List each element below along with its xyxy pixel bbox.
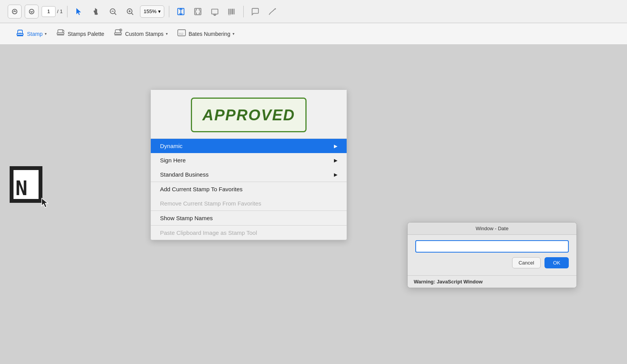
dialog-warning-text: Warning: JavaScript Window bbox=[414, 279, 483, 285]
svg-rect-18 bbox=[231, 8, 231, 14]
zoom-dropdown-icon: ▾ bbox=[158, 8, 161, 14]
dialog-input-field[interactable] bbox=[415, 240, 569, 253]
stamp-icon bbox=[15, 28, 25, 40]
hand-tool[interactable] bbox=[89, 5, 103, 19]
svg-text:012: 012 bbox=[179, 32, 184, 35]
stamp-caret: ▾ bbox=[45, 32, 47, 36]
divider-2 bbox=[169, 6, 169, 17]
svg-point-0 bbox=[12, 9, 17, 14]
cursor-tool[interactable] bbox=[72, 5, 86, 19]
svg-rect-16 bbox=[229, 8, 229, 14]
page-total: / 1 bbox=[57, 8, 62, 14]
stamps-palette-button[interactable]: Stamps Palette bbox=[52, 27, 108, 41]
divider-3 bbox=[243, 6, 244, 17]
add-favorite-label: Add Current Stamp To Favorites bbox=[160, 186, 243, 192]
barcode-tool[interactable]: 012 bbox=[225, 5, 239, 19]
svg-text:012: 012 bbox=[228, 14, 231, 16]
remove-favorite-label: Remove Current Stamp From Favorites bbox=[160, 200, 261, 207]
svg-rect-19 bbox=[232, 8, 233, 14]
dialog-titlebar: Window - Date bbox=[408, 222, 576, 235]
pen-tool[interactable] bbox=[265, 5, 279, 19]
dialog-ok-button[interactable]: OK bbox=[544, 257, 569, 268]
bates-icon: 012 bbox=[177, 28, 186, 40]
standard-business-label: Standard Business bbox=[160, 171, 209, 178]
svg-marker-2 bbox=[76, 8, 81, 15]
zoom-selector[interactable]: 155% ▾ bbox=[140, 5, 164, 18]
fit-content-tool[interactable] bbox=[191, 5, 205, 19]
fit-page-tool[interactable] bbox=[174, 5, 188, 19]
svg-line-9 bbox=[131, 13, 133, 15]
main-content-area: N APPROVED Dynamic ▶ Sign Here ▶ Standar… bbox=[0, 45, 627, 364]
stamps-palette-label: Stamps Palette bbox=[67, 31, 104, 37]
custom-stamps-icon bbox=[113, 28, 123, 40]
bates-numbering-label: Bates Numbering bbox=[189, 31, 230, 37]
bates-caret: ▾ bbox=[233, 32, 234, 36]
stamp-menu-show-names[interactable]: Show Stamp Names bbox=[151, 211, 347, 225]
stamp-cursor-area: N bbox=[8, 164, 50, 212]
custom-stamps-label: Custom Stamps bbox=[125, 31, 163, 37]
dialog-title: Window - Date bbox=[475, 226, 508, 231]
dialog-window: Window - Date Cancel OK Warning: JavaScr… bbox=[407, 222, 577, 288]
svg-rect-15 bbox=[228, 8, 229, 14]
custom-stamps-caret: ▾ bbox=[166, 32, 168, 36]
sign-here-label: Sign Here bbox=[160, 157, 186, 163]
comment-tool[interactable] bbox=[248, 5, 262, 19]
page-input-area: 1 / 1 bbox=[42, 6, 62, 17]
stamp-label: Stamp bbox=[27, 31, 42, 37]
page-up-button[interactable] bbox=[8, 5, 22, 19]
stamp-approved-text: APPROVED bbox=[202, 106, 295, 124]
divider-1 bbox=[67, 6, 67, 17]
dialog-body: Cancel OK bbox=[408, 235, 576, 275]
dynamic-label: Dynamic bbox=[160, 143, 182, 149]
dialog-warning-bar: Warning: JavaScript Window bbox=[408, 275, 576, 288]
dialog-buttons: Cancel OK bbox=[415, 257, 569, 270]
stamp-preview-box: APPROVED bbox=[191, 98, 307, 132]
zoom-out-tool[interactable] bbox=[106, 5, 120, 19]
sign-here-arrow: ▶ bbox=[334, 158, 337, 163]
stamp-menu-standard-business[interactable]: Standard Business ▶ bbox=[151, 167, 347, 182]
standard-business-arrow: ▶ bbox=[334, 172, 337, 177]
dynamic-arrow: ▶ bbox=[334, 143, 337, 149]
svg-rect-21 bbox=[234, 8, 234, 14]
zoom-in-tool[interactable] bbox=[123, 5, 137, 19]
main-toolbar: 1 / 1 155% ▾ bbox=[0, 0, 627, 23]
stamp-dropdown-menu: APPROVED Dynamic ▶ Sign Here ▶ Standard … bbox=[150, 89, 347, 240]
svg-point-1 bbox=[29, 9, 34, 14]
stamp-menu-remove-favorite: Remove Current Stamp From Favorites bbox=[151, 196, 347, 211]
zoom-value: 155% bbox=[143, 8, 156, 14]
svg-rect-17 bbox=[230, 8, 231, 14]
annotation-toolbar: Stamp ▾ Stamps Palette bbox=[0, 23, 627, 45]
custom-stamps-button[interactable]: Custom Stamps ▾ bbox=[110, 27, 172, 41]
stamp-tool-button[interactable]: Stamp ▾ bbox=[12, 27, 51, 41]
svg-marker-42 bbox=[42, 198, 48, 207]
stamp-preview-area: APPROVED bbox=[151, 90, 347, 138]
stamp-menu-dynamic[interactable]: Dynamic ▶ bbox=[151, 139, 347, 153]
fit-width-tool[interactable] bbox=[208, 5, 222, 19]
page-down-button[interactable] bbox=[25, 5, 39, 19]
svg-rect-13 bbox=[211, 9, 218, 14]
paste-clipboard-label: Paste Clipboard Image as Stamp Tool bbox=[160, 229, 257, 236]
bates-numbering-button[interactable]: 012 Bates Numbering ▾ bbox=[173, 27, 238, 41]
svg-line-5 bbox=[115, 13, 116, 15]
svg-rect-20 bbox=[233, 8, 233, 14]
dialog-cancel-button[interactable]: Cancel bbox=[512, 257, 541, 268]
stamp-menu-add-favorite[interactable]: Add Current Stamp To Favorites bbox=[151, 182, 347, 196]
stamp-menu-sign-here[interactable]: Sign Here ▶ bbox=[151, 153, 347, 167]
stamps-palette-icon bbox=[56, 28, 65, 40]
show-names-label: Show Stamp Names bbox=[160, 215, 213, 221]
svg-text:N: N bbox=[15, 177, 27, 200]
stamp-menu-paste-clipboard: Paste Clipboard Image as Stamp Tool bbox=[151, 226, 347, 240]
page-number-input[interactable]: 1 bbox=[42, 6, 56, 17]
